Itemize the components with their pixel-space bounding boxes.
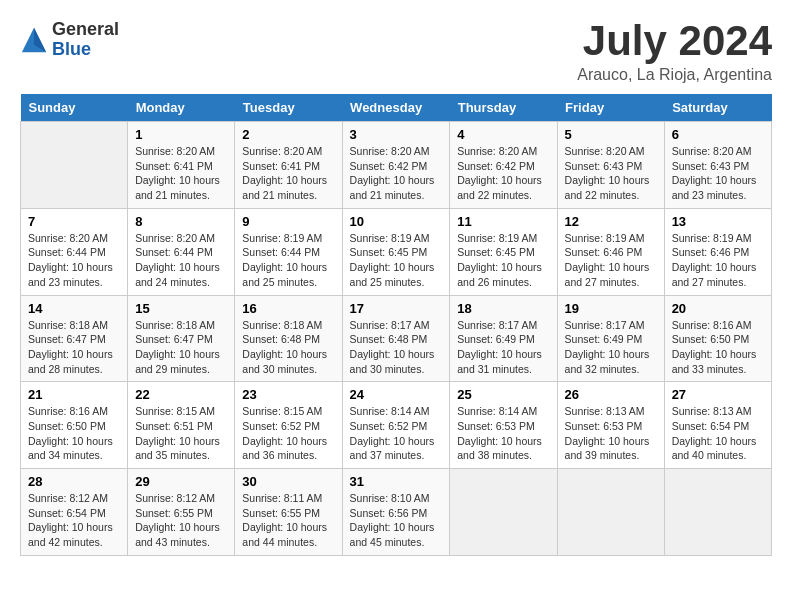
day-number: 19 (565, 301, 657, 316)
day-info: Sunrise: 8:15 AMSunset: 6:52 PMDaylight:… (242, 404, 334, 463)
page-header: General Blue July 2024 Arauco, La Rioja,… (20, 20, 772, 84)
day-info: Sunrise: 8:14 AMSunset: 6:53 PMDaylight:… (457, 404, 549, 463)
header-row: SundayMondayTuesdayWednesdayThursdayFrid… (21, 94, 772, 122)
day-info: Sunrise: 8:19 AMSunset: 6:45 PMDaylight:… (350, 231, 443, 290)
calendar-cell: 12Sunrise: 8:19 AMSunset: 6:46 PMDayligh… (557, 208, 664, 295)
calendar-cell: 1Sunrise: 8:20 AMSunset: 6:41 PMDaylight… (128, 122, 235, 209)
day-number: 12 (565, 214, 657, 229)
column-header-thursday: Thursday (450, 94, 557, 122)
day-info: Sunrise: 8:18 AMSunset: 6:48 PMDaylight:… (242, 318, 334, 377)
day-number: 27 (672, 387, 764, 402)
day-number: 18 (457, 301, 549, 316)
day-number: 9 (242, 214, 334, 229)
day-info: Sunrise: 8:20 AMSunset: 6:43 PMDaylight:… (565, 144, 657, 203)
day-number: 30 (242, 474, 334, 489)
calendar-cell (664, 469, 771, 556)
calendar-cell: 3Sunrise: 8:20 AMSunset: 6:42 PMDaylight… (342, 122, 450, 209)
day-info: Sunrise: 8:11 AMSunset: 6:55 PMDaylight:… (242, 491, 334, 550)
column-header-sunday: Sunday (21, 94, 128, 122)
day-number: 5 (565, 127, 657, 142)
day-info: Sunrise: 8:20 AMSunset: 6:43 PMDaylight:… (672, 144, 764, 203)
calendar-cell: 11Sunrise: 8:19 AMSunset: 6:45 PMDayligh… (450, 208, 557, 295)
calendar-cell: 25Sunrise: 8:14 AMSunset: 6:53 PMDayligh… (450, 382, 557, 469)
day-number: 31 (350, 474, 443, 489)
column-header-friday: Friday (557, 94, 664, 122)
calendar-cell: 9Sunrise: 8:19 AMSunset: 6:44 PMDaylight… (235, 208, 342, 295)
day-info: Sunrise: 8:20 AMSunset: 6:41 PMDaylight:… (242, 144, 334, 203)
calendar-cell: 15Sunrise: 8:18 AMSunset: 6:47 PMDayligh… (128, 295, 235, 382)
calendar-cell: 17Sunrise: 8:17 AMSunset: 6:48 PMDayligh… (342, 295, 450, 382)
day-info: Sunrise: 8:19 AMSunset: 6:46 PMDaylight:… (565, 231, 657, 290)
column-header-saturday: Saturday (664, 94, 771, 122)
day-info: Sunrise: 8:20 AMSunset: 6:44 PMDaylight:… (135, 231, 227, 290)
calendar-cell: 31Sunrise: 8:10 AMSunset: 6:56 PMDayligh… (342, 469, 450, 556)
day-info: Sunrise: 8:16 AMSunset: 6:50 PMDaylight:… (672, 318, 764, 377)
day-number: 14 (28, 301, 120, 316)
calendar-cell: 23Sunrise: 8:15 AMSunset: 6:52 PMDayligh… (235, 382, 342, 469)
week-row-4: 21Sunrise: 8:16 AMSunset: 6:50 PMDayligh… (21, 382, 772, 469)
logo-icon (20, 26, 48, 54)
day-info: Sunrise: 8:20 AMSunset: 6:42 PMDaylight:… (457, 144, 549, 203)
week-row-2: 7Sunrise: 8:20 AMSunset: 6:44 PMDaylight… (21, 208, 772, 295)
day-info: Sunrise: 8:20 AMSunset: 6:44 PMDaylight:… (28, 231, 120, 290)
subtitle: Arauco, La Rioja, Argentina (577, 66, 772, 84)
calendar-cell: 5Sunrise: 8:20 AMSunset: 6:43 PMDaylight… (557, 122, 664, 209)
day-info: Sunrise: 8:12 AMSunset: 6:54 PMDaylight:… (28, 491, 120, 550)
calendar-body: 1Sunrise: 8:20 AMSunset: 6:41 PMDaylight… (21, 122, 772, 556)
main-title: July 2024 (577, 20, 772, 62)
day-number: 26 (565, 387, 657, 402)
day-number: 8 (135, 214, 227, 229)
calendar-cell: 28Sunrise: 8:12 AMSunset: 6:54 PMDayligh… (21, 469, 128, 556)
day-number: 11 (457, 214, 549, 229)
calendar-cell: 14Sunrise: 8:18 AMSunset: 6:47 PMDayligh… (21, 295, 128, 382)
calendar-cell: 24Sunrise: 8:14 AMSunset: 6:52 PMDayligh… (342, 382, 450, 469)
calendar-cell: 2Sunrise: 8:20 AMSunset: 6:41 PMDaylight… (235, 122, 342, 209)
title-block: July 2024 Arauco, La Rioja, Argentina (577, 20, 772, 84)
column-header-monday: Monday (128, 94, 235, 122)
day-number: 15 (135, 301, 227, 316)
day-number: 3 (350, 127, 443, 142)
column-header-wednesday: Wednesday (342, 94, 450, 122)
day-info: Sunrise: 8:20 AMSunset: 6:42 PMDaylight:… (350, 144, 443, 203)
day-number: 21 (28, 387, 120, 402)
calendar-cell: 13Sunrise: 8:19 AMSunset: 6:46 PMDayligh… (664, 208, 771, 295)
calendar-cell: 6Sunrise: 8:20 AMSunset: 6:43 PMDaylight… (664, 122, 771, 209)
calendar-cell: 21Sunrise: 8:16 AMSunset: 6:50 PMDayligh… (21, 382, 128, 469)
day-number: 6 (672, 127, 764, 142)
calendar-header: SundayMondayTuesdayWednesdayThursdayFrid… (21, 94, 772, 122)
calendar-cell: 20Sunrise: 8:16 AMSunset: 6:50 PMDayligh… (664, 295, 771, 382)
day-info: Sunrise: 8:19 AMSunset: 6:45 PMDaylight:… (457, 231, 549, 290)
day-info: Sunrise: 8:17 AMSunset: 6:48 PMDaylight:… (350, 318, 443, 377)
day-number: 4 (457, 127, 549, 142)
week-row-3: 14Sunrise: 8:18 AMSunset: 6:47 PMDayligh… (21, 295, 772, 382)
day-info: Sunrise: 8:18 AMSunset: 6:47 PMDaylight:… (28, 318, 120, 377)
calendar-cell: 22Sunrise: 8:15 AMSunset: 6:51 PMDayligh… (128, 382, 235, 469)
day-number: 22 (135, 387, 227, 402)
calendar-cell (21, 122, 128, 209)
day-info: Sunrise: 8:10 AMSunset: 6:56 PMDaylight:… (350, 491, 443, 550)
day-number: 10 (350, 214, 443, 229)
day-number: 29 (135, 474, 227, 489)
calendar-cell: 26Sunrise: 8:13 AMSunset: 6:53 PMDayligh… (557, 382, 664, 469)
logo-blue-text: Blue (52, 40, 119, 60)
day-info: Sunrise: 8:15 AMSunset: 6:51 PMDaylight:… (135, 404, 227, 463)
day-info: Sunrise: 8:19 AMSunset: 6:44 PMDaylight:… (242, 231, 334, 290)
calendar-cell (450, 469, 557, 556)
calendar-cell: 27Sunrise: 8:13 AMSunset: 6:54 PMDayligh… (664, 382, 771, 469)
day-number: 13 (672, 214, 764, 229)
calendar-cell: 30Sunrise: 8:11 AMSunset: 6:55 PMDayligh… (235, 469, 342, 556)
day-number: 20 (672, 301, 764, 316)
day-info: Sunrise: 8:13 AMSunset: 6:53 PMDaylight:… (565, 404, 657, 463)
calendar-cell: 29Sunrise: 8:12 AMSunset: 6:55 PMDayligh… (128, 469, 235, 556)
day-info: Sunrise: 8:13 AMSunset: 6:54 PMDaylight:… (672, 404, 764, 463)
week-row-1: 1Sunrise: 8:20 AMSunset: 6:41 PMDaylight… (21, 122, 772, 209)
day-info: Sunrise: 8:19 AMSunset: 6:46 PMDaylight:… (672, 231, 764, 290)
day-number: 17 (350, 301, 443, 316)
calendar-cell: 19Sunrise: 8:17 AMSunset: 6:49 PMDayligh… (557, 295, 664, 382)
column-header-tuesday: Tuesday (235, 94, 342, 122)
day-number: 23 (242, 387, 334, 402)
logo: General Blue (20, 20, 119, 60)
calendar-cell: 16Sunrise: 8:18 AMSunset: 6:48 PMDayligh… (235, 295, 342, 382)
calendar-cell: 4Sunrise: 8:20 AMSunset: 6:42 PMDaylight… (450, 122, 557, 209)
day-number: 25 (457, 387, 549, 402)
